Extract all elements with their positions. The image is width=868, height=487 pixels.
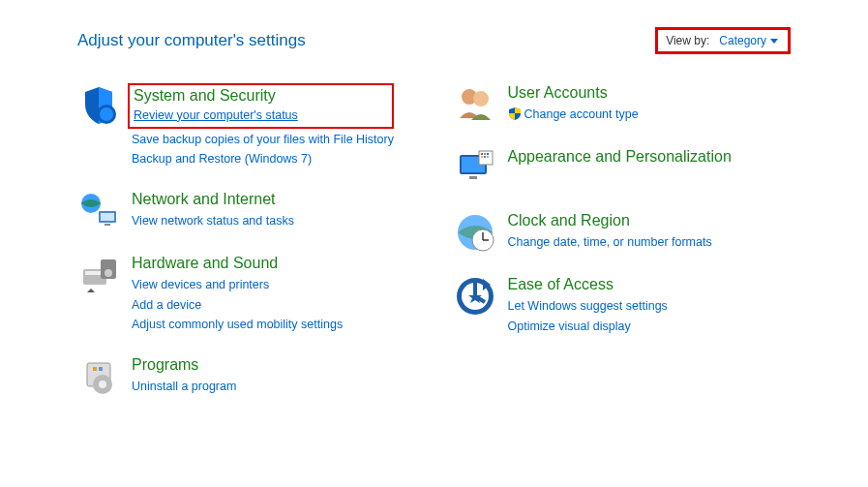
category-user-accounts: User Accounts Change account type [454, 83, 792, 126]
view-by-value[interactable]: Category [719, 34, 778, 47]
programs-icon [77, 355, 120, 398]
hardware-sound-link[interactable]: Hardware and Sound [132, 254, 343, 274]
system-security-link[interactable]: System and Security [134, 86, 388, 107]
svg-point-9 [105, 269, 112, 277]
svg-point-1 [100, 107, 113, 121]
mobility-settings-link[interactable]: Adjust commonly used mobility settings [132, 316, 343, 334]
category-clock-region: Clock and Region Change date, time, or n… [454, 211, 792, 254]
category-system-security: System and Security Review your computer… [77, 83, 415, 168]
svg-rect-22 [484, 153, 486, 155]
shield-icon [77, 83, 120, 126]
view-by-label: View by: [666, 34, 709, 47]
network-icon [77, 190, 120, 232]
appearance-link[interactable]: Appearance and Personalization [508, 147, 732, 167]
category-hardware-sound: Hardware and Sound View devices and prin… [77, 254, 415, 334]
hardware-icon [77, 254, 120, 296]
optimize-display-link[interactable]: Optimize visual display [508, 318, 668, 336]
left-column: System and Security Review your computer… [77, 83, 415, 419]
users-icon [454, 83, 496, 126]
category-ease-access: Ease of Access Let Windows suggest setti… [454, 275, 792, 335]
network-internet-link[interactable]: Network and Internet [132, 190, 294, 210]
svg-rect-13 [93, 367, 97, 371]
svg-rect-23 [487, 153, 489, 155]
svg-rect-24 [481, 156, 483, 158]
category-appearance: Appearance and Personalization [454, 147, 792, 190]
date-time-formats-link[interactable]: Change date, time, or number formats [508, 233, 712, 252]
add-device-link[interactable]: Add a device [132, 296, 343, 315]
devices-printers-link[interactable]: View devices and printers [132, 276, 343, 294]
right-column: User Accounts Change account type [454, 83, 792, 419]
svg-rect-4 [101, 213, 114, 221]
clock-icon [454, 211, 496, 254]
svg-rect-19 [469, 176, 477, 179]
uninstall-program-link[interactable]: Uninstall a program [132, 378, 236, 396]
svg-rect-5 [105, 224, 110, 226]
svg-point-16 [473, 91, 489, 107]
ease-access-icon [454, 275, 496, 318]
user-accounts-link[interactable]: User Accounts [508, 83, 639, 104]
suggest-settings-link[interactable]: Let Windows suggest settings [508, 297, 668, 316]
review-status-link[interactable]: Review your computer's status [134, 107, 388, 125]
clock-region-link[interactable]: Clock and Region [508, 211, 712, 231]
svg-rect-25 [484, 156, 486, 158]
svg-rect-21 [481, 153, 483, 155]
appearance-icon [454, 147, 496, 190]
backup-restore-link[interactable]: Backup and Restore (Windows 7) [132, 150, 394, 168]
uac-shield-icon [508, 107, 522, 120]
file-history-link[interactable]: Save backup copies of your files with Fi… [132, 131, 394, 149]
category-programs: Programs Uninstall a program [77, 355, 415, 398]
view-by-control[interactable]: View by: Category [655, 27, 791, 54]
svg-point-12 [99, 380, 106, 388]
programs-link[interactable]: Programs [132, 355, 236, 376]
page-title: Adjust your computer's settings [77, 31, 306, 50]
ease-access-link[interactable]: Ease of Access [508, 275, 668, 295]
svg-rect-26 [487, 156, 489, 158]
svg-rect-14 [99, 367, 103, 371]
change-account-type-link[interactable]: Change account type [508, 106, 639, 124]
category-network-internet: Network and Internet View network status… [77, 190, 415, 232]
network-status-link[interactable]: View network status and tasks [132, 212, 294, 230]
chevron-down-icon [770, 39, 778, 44]
